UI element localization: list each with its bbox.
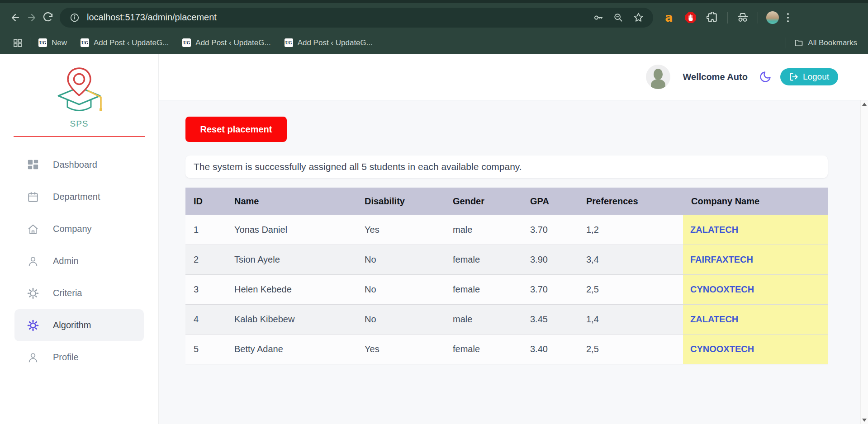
bookmark-item[interactable]: UG Add Post ‹ UpdateG... — [182, 38, 270, 47]
placement-table: ID Name Disability Gender GPA Preference… — [185, 188, 828, 364]
incognito-icon[interactable] — [736, 11, 749, 24]
bookmarks-separator — [786, 38, 786, 48]
scroll-up-icon[interactable] — [862, 103, 867, 106]
column-header-id: ID — [185, 188, 226, 215]
main-area: Wellcome Auto Logout Reset placement The… — [159, 54, 868, 424]
cell-id: 2 — [185, 245, 226, 274]
cell-name: Helen Kebede — [226, 275, 356, 304]
site-info-icon[interactable] — [68, 11, 81, 24]
cell-gpa: 3.90 — [522, 245, 578, 274]
cell-gender: female — [445, 245, 522, 274]
cell-name: Tsion Ayele — [226, 245, 356, 274]
all-bookmarks-button[interactable]: All Bookmarks — [794, 38, 857, 47]
sidebar-item-label: Department — [53, 192, 100, 202]
browser-menu-icon[interactable] — [787, 13, 789, 22]
sidebar-item-company[interactable]: Company — [14, 213, 144, 245]
amazon-extension-icon[interactable]: a — [662, 11, 676, 24]
cell-name: Betty Adane — [226, 334, 356, 364]
table-row: 1 Yonas Daniel Yes male 3.70 1,2 ZALATEC… — [185, 215, 828, 245]
sps-logo: SPS — [0, 66, 158, 129]
sidebar-item-label: Admin — [53, 256, 79, 266]
scroll-down-icon[interactable] — [862, 419, 867, 422]
bookmark-label: Add Post ‹ UpdateG... — [94, 38, 169, 47]
zoom-icon[interactable] — [612, 11, 625, 24]
cell-preferences: 1,4 — [578, 305, 683, 334]
bookmark-item[interactable]: UG Add Post ‹ UpdateG... — [81, 38, 169, 47]
reset-placement-button[interactable]: Reset placement — [185, 117, 287, 142]
cell-id: 5 — [185, 334, 226, 364]
person-icon — [27, 351, 39, 364]
cell-id: 1 — [185, 215, 226, 245]
logout-button[interactable]: Logout — [780, 68, 838, 85]
column-header-company: Company Name — [683, 188, 828, 215]
forward-icon[interactable] — [24, 9, 40, 26]
cell-disability: No — [356, 305, 445, 334]
bookmark-label: New — [52, 38, 67, 47]
apps-grid-icon[interactable] — [11, 36, 24, 50]
extensions-puzzle-icon[interactable] — [706, 11, 719, 24]
cell-preferences: 2,5 — [578, 275, 683, 304]
app-frame: SPS Dashboard Department Company — [0, 54, 868, 424]
sidebar-item-admin[interactable]: Admin — [14, 245, 144, 277]
status-message: The system is successfully assigned all … — [185, 155, 828, 178]
toolbar-separator — [727, 12, 728, 24]
column-header-gpa: GPA — [522, 188, 578, 215]
cell-preferences: 3,4 — [578, 245, 683, 274]
reload-icon[interactable] — [40, 9, 56, 26]
back-icon[interactable] — [7, 9, 24, 26]
sidebar-item-profile[interactable]: Profile — [14, 341, 144, 373]
bookmark-label: Add Post ‹ UpdateG... — [298, 38, 373, 47]
bookmarks-bar: UG New UG Add Post ‹ UpdateG... UG Add P… — [0, 32, 868, 54]
logo-text: SPS — [0, 119, 158, 129]
dark-mode-toggle[interactable] — [758, 69, 773, 85]
cell-id: 4 — [185, 305, 226, 334]
cell-gender: male — [445, 305, 522, 334]
cell-gpa: 3.45 — [522, 305, 578, 334]
bookmark-star-icon[interactable] — [631, 11, 645, 24]
cell-disability: No — [356, 245, 445, 274]
cell-gpa: 3.40 — [522, 334, 578, 364]
sidebar-item-criteria[interactable]: Criteria — [14, 277, 144, 309]
url-text[interactable]: localhost:5173/admin/placement — [87, 12, 585, 23]
browser-profile-avatar[interactable] — [766, 11, 779, 24]
table-row: 4 Kalab Kibebew No male 3.45 1,4 ZALATEC… — [185, 304, 828, 334]
cell-company: CYNOOXTECH — [683, 275, 828, 304]
cell-gender: female — [445, 334, 522, 364]
sidebar-item-department[interactable]: Department — [14, 181, 144, 213]
browser-toolbar: localhost:5173/admin/placement a — [0, 0, 868, 32]
sidebar-item-dashboard[interactable]: Dashboard — [14, 149, 144, 181]
sidebar-item-label: Company — [53, 224, 92, 234]
url-bar[interactable]: localhost:5173/admin/placement — [60, 8, 653, 28]
password-key-icon[interactable] — [592, 11, 605, 24]
ug-favicon: UG — [81, 38, 89, 47]
table-row: 2 Tsion Ayele No female 3.90 3,4 FAIRFAX… — [185, 245, 828, 274]
cell-disability: Yes — [356, 334, 445, 364]
logout-label: Logout — [803, 72, 829, 82]
bookmarks-separator — [30, 38, 30, 48]
sidebar: SPS Dashboard Department Company — [0, 54, 159, 424]
bookmark-label: Add Post ‹ UpdateG... — [195, 38, 270, 47]
cell-gpa: 3.70 — [522, 275, 578, 304]
all-bookmarks-label: All Bookmarks — [808, 38, 857, 47]
bookmark-item[interactable]: UG Add Post ‹ UpdateG... — [285, 38, 373, 47]
adblock-extension-icon[interactable] — [684, 11, 697, 24]
cell-gender: female — [445, 275, 522, 304]
sidebar-item-algorithm[interactable]: Algorithm — [14, 309, 144, 341]
site-header: Wellcome Auto Logout — [159, 54, 868, 100]
sidebar-nav: Dashboard Department Company Admin — [0, 149, 158, 373]
cell-gpa: 3.70 — [522, 215, 578, 245]
logout-icon — [789, 72, 798, 81]
bookmark-item[interactable]: UG New — [38, 38, 67, 47]
user-avatar[interactable] — [646, 65, 670, 89]
folder-icon — [794, 38, 803, 47]
home-icon — [27, 223, 39, 236]
vertical-scrollbar[interactable] — [860, 100, 868, 424]
cell-preferences: 2,5 — [578, 334, 683, 364]
cell-name: Yonas Daniel — [226, 215, 356, 245]
welcome-text: Wellcome Auto — [683, 72, 748, 82]
sidebar-item-label: Algorithm — [53, 320, 91, 330]
toolbar-separator — [758, 12, 758, 24]
gear-icon-active — [27, 319, 39, 332]
cell-name: Kalab Kibebew — [226, 305, 356, 334]
gear-icon — [27, 287, 39, 300]
